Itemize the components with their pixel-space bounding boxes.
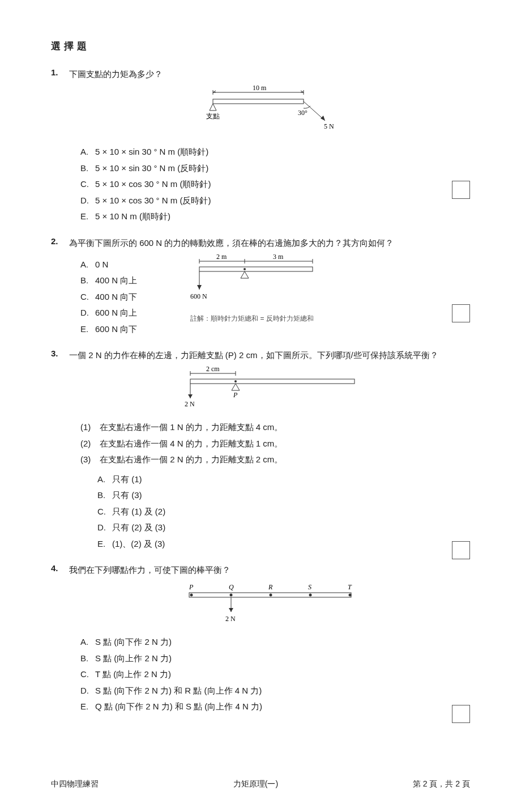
option-letter: E. — [80, 209, 95, 225]
statement-text: 在支點右邊作一個 1 N 的力，力距離支點 4 cm。 — [100, 419, 283, 436]
option-letter: E. — [80, 699, 95, 715]
svg-point-13 — [244, 268, 246, 270]
statements-list: (1)在支點右邊作一個 1 N 的力，力距離支點 4 cm。 (2)在支點右邊作… — [80, 419, 470, 468]
question-stem: 我們在下列哪點作力，可使下圖的棒平衡？ — [69, 563, 470, 577]
svg-point-21 — [234, 380, 237, 382]
footer-center: 力矩原理(一) — [233, 779, 278, 789]
options-list: A.0 N B.400 N 向上 C.400 N 向下 D.600 N 向上 E… — [80, 257, 137, 338]
svg-marker-22 — [232, 384, 240, 390]
page-footer: 中四物理練習 力矩原理(一) 第 2 頁，共 2 頁 — [51, 779, 470, 789]
statement-text: 在支點右邊作一個 2 N 的力，力距離支點 2 cm。 — [100, 452, 283, 468]
question-1: 1. 下圖支點的力矩為多少？ 10 m 支點 — [51, 67, 470, 225]
points-beam-diagram: P Q R S T 2 N — [173, 581, 366, 627]
option-text: 400 N 向上 — [95, 273, 137, 289]
force-label: 5 N — [324, 122, 334, 130]
option-text: 只有 (2) 及 (3) — [112, 520, 165, 536]
option-letter: E. — [97, 536, 112, 552]
statement-label: (3) — [80, 452, 100, 468]
fulcrum-label: 支點 — [206, 112, 220, 120]
hint-text: 註解：順時針力矩總和 = 反時針力矩總和 — [190, 314, 341, 324]
options-list: A.S 點 (向下作 2 N 力) B.S 點 (向上作 2 N 力) C.T … — [80, 634, 470, 715]
question-number: 2. — [51, 236, 69, 246]
statement-text: 在支點右邊作一個 4 N 的力，力距離支點 1 cm。 — [100, 436, 283, 452]
point-label-q: Q — [229, 583, 234, 591]
option-text: Q 點 (向下作 2 N 力) 和 S 點 (向上作 4 N 力) — [95, 699, 262, 715]
answer-box[interactable] — [452, 304, 470, 322]
question-3: 3. 一個 2 N 的力作在棒的左邊，力距離支點 (P) 2 cm，如下圖所示。… — [51, 348, 470, 552]
point-label-s: S — [308, 583, 311, 591]
option-text: 400 N 向下 — [95, 289, 137, 305]
question-4: 4. 我們在下列哪點作力，可使下圖的棒平衡？ P Q R S T — [51, 563, 470, 715]
svg-marker-32 — [229, 608, 233, 612]
svg-point-26 — [190, 594, 193, 597]
right-seg-label: 3 m — [273, 253, 284, 261]
point-label-p: P — [189, 583, 194, 591]
force-label: 600 N — [190, 292, 207, 300]
option-letter: A. — [80, 634, 95, 651]
question-stem: 一個 2 N 的力作在棒的左邊，力距離支點 (P) 2 cm，如下圖所示。下列哪… — [69, 348, 470, 362]
options-list: A.5 × 10 × sin 30 ° N m (順時針) B.5 × 10 ×… — [80, 144, 470, 225]
option-text: S 點 (向上作 2 N 力) — [95, 651, 172, 667]
option-text: 5 × 10 × cos 30 ° N m (順時針) — [95, 176, 211, 193]
svg-marker-14 — [241, 271, 249, 278]
option-letter: C. — [80, 666, 95, 683]
svg-marker-16 — [197, 285, 202, 290]
torque-beam-diagram: 10 m 支點 30° 5 N — [185, 86, 355, 137]
option-letter: A. — [80, 144, 95, 160]
option-text: S 點 (向下作 2 N 力) — [95, 634, 172, 651]
lever-p-diagram: 2 cm P 2 N — [168, 367, 371, 412]
beam-length-label: 10 m — [253, 84, 267, 92]
force-label: 2 N — [225, 615, 236, 623]
option-letter: D. — [80, 305, 95, 321]
question-2: 2. 為平衡下圖所示的 600 N 的力的轉動效應，須在棒的右邊施加多大的力？其… — [51, 236, 470, 338]
left-seg-label: 2 m — [216, 253, 227, 261]
section-title: 選擇題 — [51, 40, 470, 53]
statement-label: (2) — [80, 436, 100, 452]
option-text: 5 × 10 × sin 30 ° N m (順時針) — [95, 144, 208, 160]
balance-beam-diagram: 2 m 3 m 600 N — [182, 254, 341, 305]
option-text: 5 × 10 × cos 30 ° N m (反時針) — [95, 193, 211, 209]
footer-right: 第 2 頁，共 2 頁 — [413, 779, 470, 789]
svg-point-27 — [230, 594, 233, 597]
option-letter: E. — [80, 321, 95, 338]
option-text: 只有 (3) — [112, 487, 142, 504]
option-letter: B. — [80, 160, 95, 177]
option-letter: D. — [80, 193, 95, 209]
svg-marker-4 — [210, 104, 216, 110]
document-page: 選擇題 1. 下圖支點的力矩為多少？ 10 m 支點 — [0, 0, 521, 812]
option-text: 600 N 向下 — [95, 321, 137, 338]
option-letter: B. — [80, 651, 95, 667]
force-label: 2 N — [185, 400, 195, 408]
question-stem: 為平衡下圖所示的 600 N 的力的轉動效應，須在棒的右邊施加多大的力？其方向如… — [69, 236, 470, 250]
option-letter: D. — [80, 683, 95, 699]
answer-box[interactable] — [452, 181, 470, 199]
option-text: S 點 (向下作 2 N 力) 和 R 點 (向上作 4 N 力) — [95, 683, 262, 699]
option-text: T 點 (向上作 2 N 力) — [95, 666, 171, 683]
option-text: 只有 (1) — [112, 471, 142, 488]
pivot-label: P — [233, 391, 238, 399]
option-letter: C. — [97, 504, 112, 520]
svg-point-28 — [270, 594, 272, 597]
point-label-t: T — [348, 583, 352, 591]
question-number: 1. — [51, 67, 69, 77]
point-label-r: R — [268, 583, 273, 591]
svg-marker-24 — [188, 394, 193, 398]
option-text: 600 N 向上 — [95, 305, 137, 321]
option-text: 5 × 10 × sin 30 ° N m (反時針) — [95, 160, 208, 177]
footer-left: 中四物理練習 — [51, 779, 99, 789]
svg-rect-20 — [190, 379, 355, 384]
option-letter: C. — [80, 176, 95, 193]
option-letter: B. — [97, 487, 112, 504]
answer-box[interactable] — [452, 541, 470, 559]
question-number: 3. — [51, 348, 69, 358]
option-letter: A. — [97, 471, 112, 488]
answer-box[interactable] — [452, 705, 470, 723]
option-text: (1)、(2) 及 (3) — [112, 536, 165, 552]
option-letter: C. — [80, 289, 95, 305]
option-text: 0 N — [95, 257, 108, 273]
statement-label: (1) — [80, 419, 100, 436]
option-letter: A. — [80, 257, 95, 273]
angle-label: 30° — [298, 109, 308, 117]
left-seg-label: 2 cm — [206, 365, 220, 373]
option-text: 只有 (1) 及 (2) — [112, 504, 165, 520]
